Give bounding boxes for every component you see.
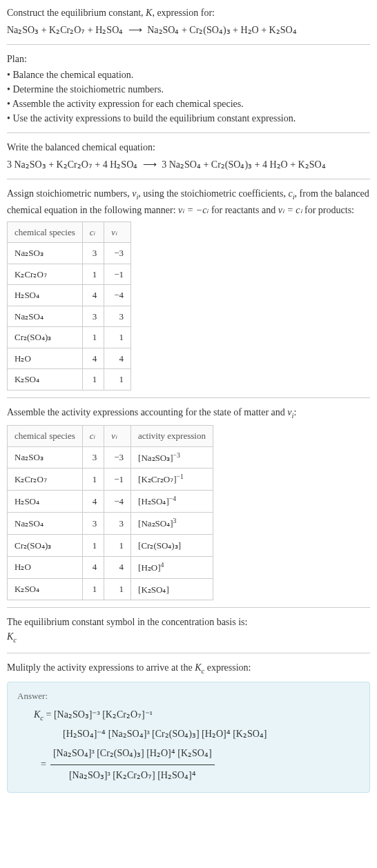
assign-section: Assign stoichiometric numbers, νi, using… <box>7 186 370 391</box>
answer-box: Answer: Kc = [Na₂SO₃]⁻³ [K₂Cr₂O₇]⁻¹ [H₂S… <box>7 682 370 792</box>
ae-exp: −1 <box>177 473 184 480</box>
cell-v: 3 <box>104 513 131 535</box>
cell-c: 1 <box>82 264 104 285</box>
cell-c: 1 <box>82 468 104 491</box>
eq-sign-2: = <box>34 756 46 774</box>
cell-c: 1 <box>82 534 104 556</box>
kc-line2: [H₂SO₄]⁻⁴ [Na₂SO₄]³ [Cr₂(SO₄)₃] [H₂O]⁴ [… <box>34 725 360 744</box>
cell-species: Na₂SO₄ <box>8 513 83 535</box>
cell-activity: [K₂Cr₂O₇]−1 <box>131 468 213 491</box>
cell-species: Cr₂(SO₄)₃ <box>8 534 83 556</box>
arrow-icon: ⟶ <box>128 25 142 35</box>
multiply-text: Mulitply the activity expressions to arr… <box>7 660 370 677</box>
multiply-p2: expression: <box>204 662 251 673</box>
plan-item: Balance the chemical equation. <box>7 68 370 82</box>
ae-base: [H₂SO₄] <box>138 497 169 507</box>
cell-v: −4 <box>104 285 131 306</box>
assign-text: Assign stoichiometric numbers, νi, using… <box>7 186 370 217</box>
kc-sub: c <box>13 636 17 644</box>
arrow-icon: ⟶ <box>143 159 157 170</box>
multiply-section: Mulitply the activity expressions to arr… <box>7 660 370 677</box>
cell-v: 1 <box>104 369 131 391</box>
table-row: H₂SO₄4−4 <box>8 285 131 306</box>
multiply-kc: K <box>195 662 201 673</box>
kc-line1: Kc = [Na₂SO₃]⁻³ [K₂Cr₂O₇]⁻¹ <box>34 706 360 725</box>
balanced-rhs: 3 Na₂SO₄ + Cr₂(SO₄)₃ + 4 H₂O + K₂SO₄ <box>162 159 325 170</box>
plan-item: Assemble the activity expression for eac… <box>7 97 370 111</box>
cell-v: 1 <box>104 578 131 600</box>
cell-v: 4 <box>104 556 131 578</box>
stoich-table-1: chemical species cᵢ νᵢ Na₂SO₃3−3 K₂Cr₂O₇… <box>7 221 131 391</box>
cell-species: K₂SO₄ <box>8 369 83 391</box>
balanced-lhs: 3 Na₂SO₃ + K₂Cr₂O₇ + 4 H₂SO₄ <box>7 159 137 170</box>
cell-species: Na₂SO₃ <box>8 243 83 264</box>
plan-title: Plan: <box>7 52 370 66</box>
assign-p5: for products: <box>302 205 354 215</box>
table-row: K₂Cr₂O₇1−1 <box>8 264 131 285</box>
cell-species: Na₂SO₄ <box>8 306 83 327</box>
ae-base: [Na₂SO₄] <box>138 518 173 529</box>
eq-sign: = <box>44 709 54 720</box>
assemble-p1: Assemble the activity expressions accoun… <box>7 407 287 417</box>
cell-activity: [K₂SO₄] <box>131 578 213 600</box>
divider <box>7 44 370 45</box>
unbalanced-equation: Na₂SO₃ + K₂Cr₂O₇ + H₂SO₄ ⟶ Na₂SO₄ + Cr₂(… <box>7 23 370 37</box>
ae-exp: 3 <box>173 517 177 524</box>
ae-base: [Na₂SO₃] <box>138 453 173 463</box>
plan-item: Use the activity expressions to build th… <box>7 111 370 126</box>
cell-c: 4 <box>82 491 104 513</box>
cell-c: 1 <box>82 369 104 391</box>
cell-v: 3 <box>104 306 131 327</box>
intro-section: Construct the equilibrium constant, K, e… <box>7 6 370 37</box>
divider <box>7 179 370 179</box>
plan-list: Balance the chemical equation. Determine… <box>7 68 370 126</box>
table-row: Cr₂(SO₄)₃11[Cr₂(SO₄)₃] <box>8 534 213 556</box>
cell-c: 1 <box>82 327 104 348</box>
cell-c: 1 <box>82 578 104 600</box>
table-row: H₂O44[H₂O]4 <box>8 556 213 578</box>
balanced-section: Write the balanced chemical equation: 3 … <box>7 140 370 172</box>
cell-c: 4 <box>82 348 104 369</box>
col-ci: cᵢ <box>82 426 104 447</box>
ae-base: [Cr₂(SO₄)₃] <box>138 540 181 551</box>
ae-base: [K₂Cr₂O₇] <box>138 475 176 485</box>
plan-item: Determine the stoichiometric numbers. <box>7 82 370 97</box>
ae-exp: −4 <box>169 495 176 502</box>
cell-c: 4 <box>82 285 104 306</box>
table-row: Na₂SO₃3−3[Na₂SO₃]−3 <box>8 446 213 468</box>
col-species: chemical species <box>8 426 83 447</box>
balanced-title: Write the balanced chemical equation: <box>7 140 370 155</box>
cell-activity: [Na₂SO₃]−3 <box>131 446 213 468</box>
ae-base: [H₂O] <box>138 562 160 573</box>
table-row: K₂Cr₂O₇1−1[K₂Cr₂O₇]−1 <box>8 468 213 491</box>
table-row: Na₂SO₃3−3 <box>8 243 131 264</box>
assemble-section: Assemble the activity expressions accoun… <box>7 405 370 601</box>
ae-exp: −3 <box>173 451 180 459</box>
eq-lhs: Na₂SO₃ + K₂Cr₂O₇ + H₂SO₄ <box>7 25 123 35</box>
cell-activity: [Cr₂(SO₄)₃] <box>131 534 213 556</box>
table-row: K₂SO₄11 <box>8 369 131 391</box>
divider <box>7 397 370 398</box>
assign-p2: , using the stoichiometric coefficients, <box>138 188 288 199</box>
assemble-p2: : <box>293 407 296 417</box>
divider <box>7 607 370 608</box>
cell-v: −3 <box>104 243 131 264</box>
symbol-text: The equilibrium constant symbol in the c… <box>7 615 370 629</box>
cell-v: −3 <box>104 446 131 468</box>
col-ci: cᵢ <box>82 221 104 243</box>
kc-expression: Kc = [Na₂SO₃]⁻³ [K₂Cr₂O₇]⁻¹ [H₂SO₄]⁻⁴ [N… <box>17 706 360 785</box>
table-header-row: chemical species cᵢ νᵢ activity expressi… <box>8 426 213 447</box>
ae-exp: 4 <box>161 561 164 569</box>
cell-species: K₂Cr₂O₇ <box>8 468 83 491</box>
assemble-text: Assemble the activity expressions accoun… <box>7 405 370 422</box>
cell-v: 4 <box>104 348 131 369</box>
cell-c: 4 <box>82 556 104 578</box>
table-row: Na₂SO₄33 <box>8 306 131 327</box>
frac-numerator: [Na₂SO₄]³ [Cr₂(SO₄)₃] [H₂O]⁴ [K₂SO₄] <box>50 744 215 765</box>
kc-fraction-row: = [Na₂SO₄]³ [Cr₂(SO₄)₃] [H₂O]⁴ [K₂SO₄] [… <box>34 744 360 785</box>
cell-species: K₂SO₄ <box>8 578 83 600</box>
intro-line1: Construct the equilibrium constant, K, e… <box>7 6 370 20</box>
table-row: Cr₂(SO₄)₃11 <box>8 327 131 348</box>
assign-p4: for reactants and <box>209 205 278 215</box>
kc-terms-1: [Na₂SO₃]⁻³ [K₂Cr₂O₇]⁻¹ <box>54 709 153 720</box>
